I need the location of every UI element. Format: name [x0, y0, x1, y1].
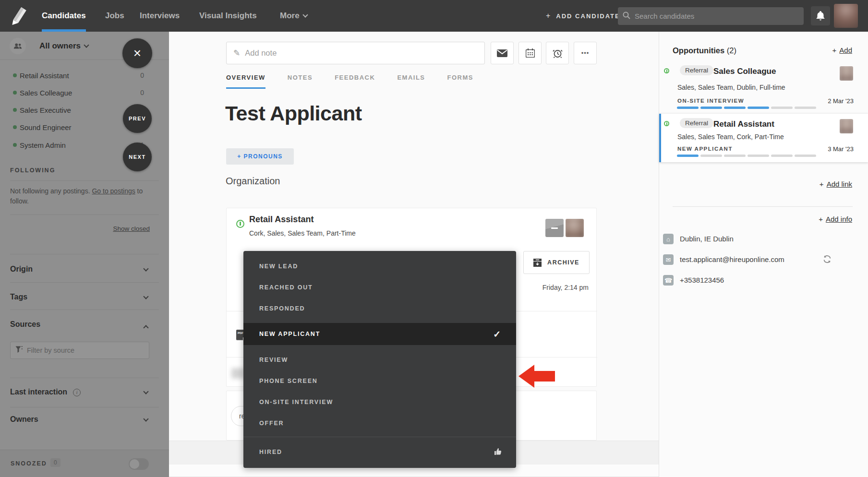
- archive-button[interactable]: ARCHIVE: [523, 251, 590, 274]
- stage-option-offer[interactable]: OFFER: [243, 413, 516, 434]
- opportunity-details: Sales, Sales Team, Cork, Part-Time: [677, 133, 784, 141]
- contact-location-row: ⌂ Dublin, IE Dublin: [663, 234, 855, 245]
- chevron-down-icon: [302, 12, 308, 17]
- stage-option-new-applicant[interactable]: NEW APPLICANT ✓: [243, 323, 516, 345]
- progress-segment: [771, 107, 793, 109]
- green-status-icon: [664, 121, 669, 126]
- profile-tabs: OVERVIEW NOTES FEEDBACK EMAILS FORMS: [226, 74, 473, 89]
- posting-title: Retail Assistant: [249, 215, 313, 225]
- add-info-button[interactable]: +Add info: [819, 215, 852, 223]
- stage-option-reached-out[interactable]: REACHED OUT: [243, 277, 516, 298]
- opportunity-date: 3 Mar '23: [828, 145, 854, 153]
- blurred-avatar-image: [566, 219, 584, 237]
- owner-avatar: [840, 66, 853, 81]
- tab-notes[interactable]: NOTES: [288, 74, 313, 89]
- origin-badge: Referral: [680, 65, 713, 75]
- add-candidate-button[interactable]: + ADD CANDIDATE: [546, 0, 620, 32]
- notifications-bell-icon[interactable]: [811, 6, 830, 25]
- plus-icon: +: [819, 215, 823, 223]
- progress-segment: [677, 107, 699, 109]
- candidate-list-sidebar: All owners Retail Assistant 0 Sales Coll…: [0, 32, 169, 477]
- user-avatar[interactable]: [834, 4, 858, 28]
- stage-option-phone-screen[interactable]: PHONE SCREEN: [243, 370, 516, 392]
- opportunity-details: Sales, Sales Team, Dublin, Full-time: [677, 83, 785, 91]
- tab-forms[interactable]: FORMS: [447, 74, 473, 89]
- top-nav: Candidates Jobs Interviews Visual Insigh…: [0, 0, 868, 32]
- nav-tab-candidates[interactable]: Candidates: [42, 0, 86, 32]
- plus-icon: +: [820, 180, 824, 188]
- sidebar-dim-overlay: [0, 32, 169, 477]
- email-action-button[interactable]: [491, 42, 514, 64]
- nav-tab-visual-insights[interactable]: Visual Insights: [199, 0, 257, 32]
- stage-option-hired[interactable]: HIRED: [243, 440, 516, 464]
- opportunity-card-retail-assistant[interactable]: Referral Retail Assistant Sales, Sales T…: [659, 114, 868, 162]
- blurred-avatar-image: [834, 4, 858, 28]
- progress-segment: [795, 155, 816, 157]
- active-tab-indicator: [42, 29, 86, 32]
- candidate-email: test.applicant@hireuponline.com: [680, 255, 784, 263]
- stage-progress-bar: [677, 155, 818, 157]
- divider: [243, 437, 516, 437]
- candidate-location: Dublin, IE Dublin: [680, 235, 734, 243]
- opportunity-stage: ON-SITE INTERVIEW: [677, 98, 744, 104]
- opportunity-card-sales-colleague[interactable]: Referral Sales Colleague Sales, Sales Te…: [659, 62, 868, 114]
- progress-segment: [771, 155, 793, 157]
- add-link-button[interactable]: +Add link: [820, 180, 852, 188]
- mail-icon: ✉: [663, 254, 674, 265]
- annotation-arrow: [518, 365, 556, 390]
- close-preview-button[interactable]: ×: [122, 38, 152, 68]
- stage-option-on-site-interview[interactable]: ON-SITE INTERVIEW: [243, 392, 516, 413]
- more-actions-button[interactable]: •••: [574, 42, 597, 64]
- schedule-action-button[interactable]: [518, 42, 542, 64]
- stage-option-responded[interactable]: RESPONDED: [243, 298, 516, 319]
- add-note-input[interactable]: [245, 48, 466, 58]
- progress-segment: [677, 155, 699, 157]
- tab-emails[interactable]: EMAILS: [397, 74, 425, 89]
- stage-option-review[interactable]: REVIEW: [243, 349, 516, 370]
- add-pronouns-button[interactable]: + PRONOUNS: [226, 148, 294, 165]
- opportunities-count: (2): [727, 46, 736, 55]
- phone-icon: ☎: [663, 275, 674, 286]
- candidate-search[interactable]: [618, 7, 804, 25]
- progress-segment: [700, 155, 722, 157]
- calendar-icon: [526, 48, 535, 58]
- tab-feedback[interactable]: FEEDBACK: [335, 74, 375, 89]
- envelope-icon: [497, 49, 507, 57]
- progress-segment: [747, 155, 769, 157]
- plus-icon: +: [832, 46, 837, 54]
- check-icon: ✓: [493, 329, 502, 340]
- owner-avatar: [840, 119, 853, 133]
- next-candidate-button[interactable]: NEXT: [123, 143, 152, 171]
- opportunity-title: Retail Assistant: [713, 119, 774, 129]
- blurred-avatar: [231, 368, 245, 379]
- nav-tab-jobs[interactable]: Jobs: [105, 0, 124, 32]
- nav-tab-interviews[interactable]: Interviews: [140, 0, 180, 32]
- stage-option-new-lead[interactable]: NEW LEAD: [243, 256, 516, 277]
- home-icon: ⌂: [663, 234, 674, 244]
- stage-progress-bar: [677, 107, 818, 109]
- stage-dropdown-menu: NEW LEAD REACHED OUT RESPONDED NEW APPLI…: [243, 251, 516, 468]
- prev-candidate-button[interactable]: PREV: [123, 104, 152, 133]
- green-status-icon: [664, 68, 669, 73]
- blurred-avatar-image: [840, 119, 853, 133]
- pencil-icon: ✎: [233, 48, 240, 58]
- lever-candidate-page: Candidates Jobs Interviews Visual Insigh…: [0, 0, 868, 477]
- progress-segment: [700, 107, 722, 109]
- add-opportunity-button[interactable]: +Add: [832, 46, 852, 54]
- lever-logo[interactable]: [10, 6, 27, 27]
- candidate-phone: +3538123456: [680, 276, 724, 284]
- snooze-action-button[interactable]: [546, 42, 569, 64]
- svg-text:PDF: PDF: [238, 332, 243, 334]
- contact-email-row: ✉ test.applicant@hireuponline.com: [663, 254, 855, 266]
- nav-tab-more[interactable]: More: [280, 0, 307, 32]
- owner-avatar: [566, 219, 584, 237]
- company-logo-placeholder: [545, 219, 564, 237]
- plus-icon: +: [546, 12, 551, 20]
- sync-refresh-icon[interactable]: [823, 255, 832, 265]
- alarm-clock-icon: [553, 48, 563, 58]
- progress-segment: [747, 107, 769, 109]
- search-input[interactable]: [635, 12, 793, 20]
- progress-segment: [724, 107, 746, 109]
- opportunity-date: 2 Mar '23: [828, 97, 854, 105]
- tab-overview[interactable]: OVERVIEW: [226, 74, 265, 89]
